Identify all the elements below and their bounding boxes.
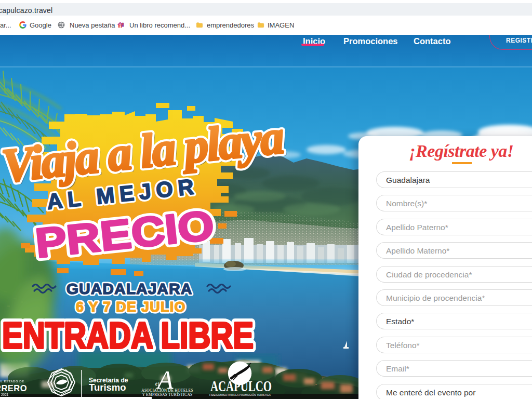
svg-text:· 2021: · 2021 <box>0 393 9 396</box>
svg-text:FIDEICOMISO PARA LA PROMOCIÓN: FIDEICOMISO PARA LA PROMOCIÓN TURISTICA <box>209 393 271 396</box>
svg-text:Turismo: Turismo <box>89 382 126 393</box>
svg-text:ENTRADA LIBRE: ENTRADA LIBRE <box>2 315 254 356</box>
svg-text:DEL ESTADO DE: DEL ESTADO DE <box>0 380 24 383</box>
svg-text:GUADALAJARA: GUADALAJARA <box>66 280 193 297</box>
svg-text:6 Y 7 DE JULIO: 6 Y 7 DE JULIO <box>76 299 186 315</box>
svg-text:ACAPULCO: ACAPULCO <box>210 378 272 394</box>
svg-text:Y EMPRESAS TURÍSTICAS: Y EMPRESAS TURÍSTICAS <box>142 392 192 397</box>
svg-text:RRERO: RRERO <box>0 383 27 393</box>
